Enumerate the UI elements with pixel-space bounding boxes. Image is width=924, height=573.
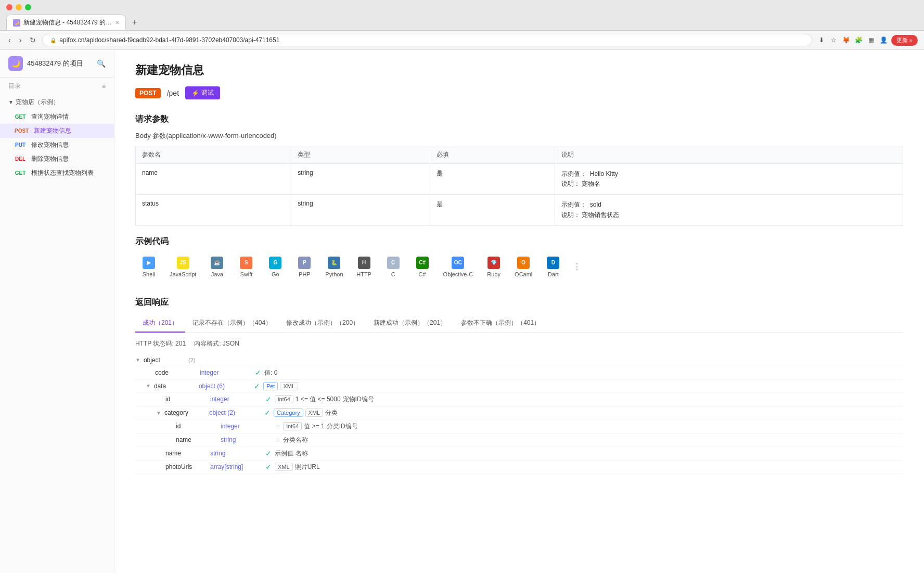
required-check-icon: ✓ (265, 463, 272, 471)
lang-label: HTTP (356, 271, 371, 277)
lang-tab-php[interactable]: P PHP (291, 253, 318, 281)
schema-field-name: category (164, 409, 206, 416)
lang-tab-shell[interactable]: ▶ Shell (135, 253, 162, 281)
lang-label: PHP (299, 271, 311, 277)
schema-desc: int64值 >= 1分类ID编号 (283, 422, 357, 431)
param-desc: 示例值： sold 说明： 宠物销售状态 (555, 195, 903, 225)
lang-tab-go[interactable]: G Go (262, 253, 289, 281)
star-icon[interactable]: ☆ (829, 35, 839, 45)
lang-tab-http[interactable]: H HTTP (351, 253, 378, 281)
schema-tag: int64 (275, 395, 293, 403)
more-langs-button[interactable]: ⋮ (569, 260, 585, 274)
sidebar-item-label: 查询宠物详情 (31, 112, 69, 121)
schema-row: idinteger○int64值 >= 1分类ID编号 (135, 420, 903, 434)
debug-button[interactable]: ⚡ 调试 (185, 86, 220, 99)
maximize-traffic-light[interactable] (25, 4, 31, 10)
minimize-traffic-light[interactable] (16, 4, 22, 10)
col-header-type: 类型 (291, 146, 430, 164)
profile-icon[interactable]: 👤 (879, 35, 889, 45)
schema-row: namestring✓示例值名称 (135, 447, 903, 461)
lang-tab-c[interactable]: C C (380, 253, 407, 281)
method-badge-post: POST (12, 128, 31, 134)
download-icon[interactable]: ⬇ (816, 35, 827, 45)
schema-tag: XML (280, 382, 298, 390)
search-icon[interactable]: 🔍 (97, 59, 106, 68)
lang-tab-swift[interactable]: S Swift (233, 253, 260, 281)
response-tab[interactable]: 新建成功（示例）（201） (366, 314, 454, 333)
tab-favicon: 🌙 (13, 19, 20, 27)
schema-desc-text: 分类ID编号 (327, 422, 358, 431)
lang-tab-objectivec[interactable]: OC Objective-C (438, 253, 478, 281)
lang-label: Go (272, 271, 279, 277)
schema-tag: int64 (283, 422, 302, 430)
response-tab[interactable]: 记录不存在（示例）（404） (185, 314, 279, 333)
sidebar-item-label: 新建宠物信息 (34, 126, 71, 135)
lang-tab-dart[interactable]: D Dart (540, 253, 567, 281)
update-button[interactable]: 更新 » (891, 35, 918, 46)
sidebar-item-find-pets[interactable]: GET 根据状态查找宠物列表 (0, 166, 114, 180)
schema-collapse-icon[interactable]: ▼ (146, 383, 151, 389)
sidebar-group-title[interactable]: ▼ 宠物店（示例） (0, 95, 114, 110)
lightning-icon: ⚡ (191, 90, 199, 97)
new-tab-button[interactable]: + (128, 16, 141, 29)
forward-button[interactable]: › (17, 35, 24, 45)
schema-desc-text: 照片URL (295, 463, 320, 472)
tab-close-button[interactable]: ✕ (115, 20, 119, 26)
schema-field-name: id (165, 396, 207, 403)
schema-row: codeinteger✓值: 0 (135, 366, 903, 380)
response-tab[interactable]: 成功（201） (135, 314, 185, 333)
sidebar-item-new-pet[interactable]: POST 新建宠物信息 (0, 124, 114, 138)
schema-tree: ▼object(2)codeinteger✓值: 0▼dataobject (6… (135, 354, 903, 474)
project-title: 454832479 的项目 (27, 59, 93, 68)
sidebar-item-label: 根据状态查找宠物列表 (31, 169, 94, 177)
browser-tab[interactable]: 🌙 新建宠物信息 - 454832479 的… ✕ (6, 15, 126, 30)
toc-label: 目录 (8, 82, 21, 91)
col-header-name: 参数名 (136, 146, 291, 164)
extension-icon-2[interactable]: 🧩 (854, 35, 864, 45)
response-tab[interactable]: 参数不正确（示例）（401） (454, 314, 547, 333)
back-button[interactable]: ‹ (6, 35, 13, 45)
sidebar-item-query-pet[interactable]: GET 查询宠物详情 (0, 110, 114, 124)
refresh-button[interactable]: ↻ (28, 35, 38, 45)
required-check-icon: ✓ (265, 395, 272, 403)
lang-label: Shell (143, 271, 155, 277)
sidebar-item-update-pet[interactable]: PUT 修改宠物信息 (0, 138, 114, 152)
schema-field-type: integer (221, 423, 273, 430)
lang-label: Python (325, 271, 343, 277)
sidebar-item-delete-pet[interactable]: DEL 删除宠物信息 (0, 152, 114, 166)
lang-tab-javascript[interactable]: JS JavaScript (164, 253, 201, 281)
table-row: status string 是 示例值： sold 说明： 宠物销售状态 (136, 195, 903, 225)
api-meta: POST /pet ⚡ 调试 (135, 86, 903, 99)
response-tab[interactable]: 修改成功（示例）（200） (279, 314, 366, 333)
schema-ref-tag: Category (274, 409, 303, 417)
response-section: 返回响应 成功（201）记录不存在（示例）（404）修改成功（示例）（200）新… (135, 297, 903, 474)
lang-label: Ruby (487, 271, 500, 277)
schema-desc-text: 值 >= 1 (304, 422, 324, 431)
group-expand-icon: ▼ (8, 99, 14, 105)
lang-tab-c[interactable]: C# C# (409, 253, 436, 281)
schema-desc-text: 示例值 (275, 449, 293, 458)
lang-tab-ruby[interactable]: 💎 Ruby (480, 253, 507, 281)
toolbar-right: ⬇ ☆ 🦊 🧩 ▦ 👤 更新 » (816, 35, 918, 46)
lang-label: C# (419, 271, 426, 277)
lang-tab-python[interactable]: 🐍 Python (320, 253, 348, 281)
go-icon: G (269, 257, 281, 269)
swift-icon: S (240, 257, 252, 269)
close-traffic-light[interactable] (6, 4, 12, 10)
extension-icon-1[interactable]: 🦊 (841, 35, 852, 45)
lang-tab-java[interactable]: ☕ Java (203, 253, 230, 281)
schema-collapse-icon[interactable]: ▼ (135, 357, 140, 363)
required-check-icon: ✓ (254, 382, 260, 390)
lang-tab-ocaml[interactable]: O OCaml (509, 253, 537, 281)
php-icon: P (298, 257, 311, 269)
url-bar[interactable]: 🔒 apifox.cn/apidoc/shared-f9cadb92-bda1-… (42, 34, 812, 46)
ocaml-icon: O (517, 257, 530, 269)
debug-label: 调试 (201, 88, 214, 97)
schema-collapse-icon[interactable]: ▼ (156, 410, 161, 416)
sidebar-item-label: 修改宠物信息 (31, 141, 69, 149)
layout-icon[interactable]: ▦ (866, 35, 877, 45)
response-tabs: 成功（201）记录不存在（示例）（404）修改成功（示例）（200）新建成功（示… (135, 314, 903, 333)
optional-circle-icon: ○ (276, 436, 280, 444)
csharp-icon: C# (416, 257, 429, 269)
toc-collapse-button[interactable]: ≡ (102, 83, 106, 90)
